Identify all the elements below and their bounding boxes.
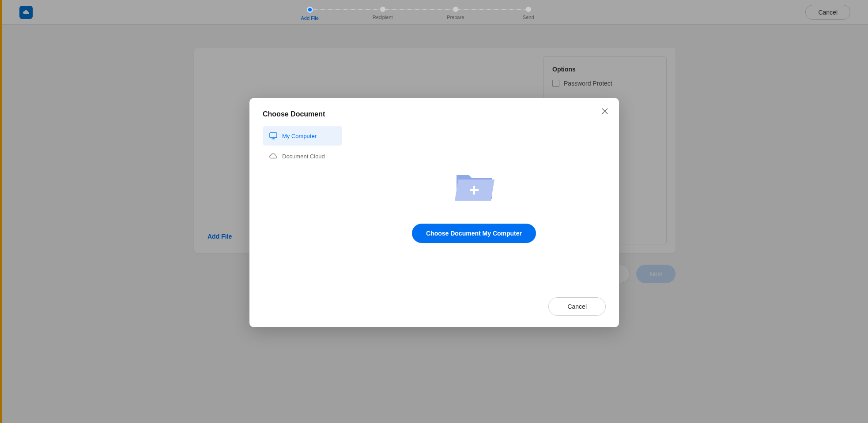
modal-title: Choose Document: [263, 110, 606, 118]
svg-rect-0: [270, 133, 277, 138]
modal-body: My Computer Document Cloud: [263, 126, 606, 285]
modal-close-button[interactable]: [600, 106, 610, 116]
modal-cancel-button[interactable]: Cancel: [548, 297, 606, 316]
step-indicator-icon: [307, 7, 313, 13]
step-indicator-icon: [380, 7, 385, 12]
modal-footer: Cancel: [548, 297, 606, 316]
choose-document-modal: Choose Document My Computer: [249, 98, 619, 327]
source-my-computer[interactable]: My Computer: [263, 126, 342, 146]
source-label: Document Cloud: [282, 153, 325, 160]
source-label: My Computer: [282, 133, 317, 139]
step-indicator-icon: [453, 7, 458, 12]
close-icon: [602, 108, 608, 114]
step-connector: [383, 9, 456, 10]
modal-main-area: Choose Document My Computer: [342, 126, 606, 285]
step-indicator-icon: [526, 7, 531, 12]
folder-plus-icon: [452, 168, 496, 203]
cloud-icon: [269, 152, 278, 161]
source-list: My Computer Document Cloud: [263, 126, 342, 285]
step-connector: [310, 9, 383, 10]
computer-icon: [269, 131, 278, 140]
choose-document-button[interactable]: Choose Document My Computer: [412, 224, 536, 243]
step-connector: [456, 9, 528, 10]
source-document-cloud[interactable]: Document Cloud: [263, 146, 342, 166]
